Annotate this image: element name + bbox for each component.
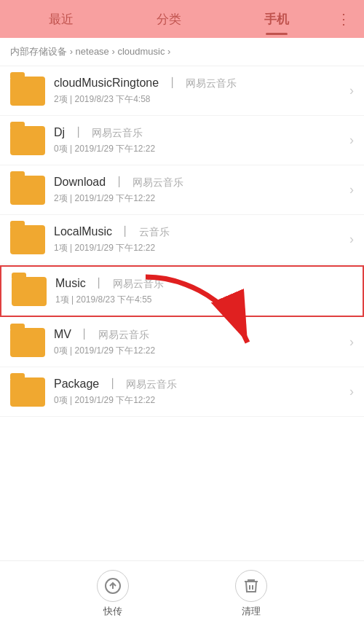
clean-label: 清理 (242, 605, 261, 618)
folder-name: Music 丨 网易云音乐 (55, 276, 352, 292)
bottom-toolbar: 快传 清理 (0, 560, 364, 626)
breadcrumb-part-3[interactable]: cloudmusic (117, 46, 165, 57)
breadcrumb-part-2[interactable]: netease (76, 46, 109, 57)
folder-name: Dj 丨 网易云音乐 (54, 125, 344, 141)
folder-name: cloudMusicRingtone 丨 网易云音乐 (54, 76, 344, 91)
folder-item[interactable]: Music 丨 网易云音乐 1项 | 2019/8/23 下午4:55 (0, 265, 364, 317)
folder-name: Download 丨 网易云音乐 (54, 175, 344, 190)
folder-meta: 1项 | 2019/8/23 下午4:55 (55, 294, 352, 306)
chevron-right-icon: › (349, 334, 354, 350)
folder-meta: 2项 | 2019/1/29 下午12:22 (54, 192, 344, 205)
folder-icon (10, 377, 45, 407)
tab-bar: 最近 分类 手机 ⋮ (0, 0, 364, 38)
folder-icon (12, 277, 47, 306)
folder-name: LocalMusic 丨 云音乐 (54, 224, 344, 240)
folder-item[interactable]: Download 丨 网易云音乐 2项 | 2019/1/29 下午12:22 … (0, 165, 364, 215)
folder-icon (10, 77, 45, 106)
folder-item[interactable]: MV 丨 网易云音乐 0项 | 2019/1/29 下午12:22 › (0, 318, 364, 367)
chevron-right-icon: › (349, 83, 354, 98)
tab-category[interactable]: 分类 (115, 4, 223, 35)
folder-meta: 0项 | 2019/1/29 下午12:22 (54, 143, 344, 155)
quick-transfer-button[interactable]: 快传 (97, 570, 129, 618)
clean-button[interactable]: 清理 (235, 570, 267, 618)
folder-icon (10, 126, 45, 155)
quick-transfer-label: 快传 (103, 605, 122, 618)
folder-item[interactable]: LocalMusic 丨 云音乐 1项 | 2019/1/29 下午12:22 … (0, 215, 364, 265)
more-menu-button[interactable]: ⋮ (331, 10, 357, 28)
chevron-right-icon: › (349, 182, 354, 197)
folder-item[interactable]: Package 丨 网易云音乐 0项 | 2019/1/29 下午12:22 › (0, 367, 364, 417)
folder-meta: 0项 | 2019/1/29 下午12:22 (54, 345, 344, 357)
chevron-right-icon: › (349, 384, 354, 399)
quick-transfer-icon (97, 570, 129, 602)
chevron-right-icon: › (349, 232, 354, 247)
breadcrumb: 内部存储设备 › netease › cloudmusic › (0, 38, 364, 66)
folder-list: cloudMusicRingtone 丨 网易云音乐 2项 | 2019/8/2… (0, 66, 364, 417)
folder-item[interactable]: cloudMusicRingtone 丨 网易云音乐 2项 | 2019/8/2… (0, 66, 364, 116)
folder-icon (10, 176, 45, 205)
folder-meta: 2项 | 2019/8/23 下午4:58 (54, 93, 344, 106)
chevron-right-icon: › (349, 133, 354, 148)
folder-icon (10, 328, 45, 357)
folder-item[interactable]: Dj 丨 网易云音乐 0项 | 2019/1/29 下午12:22 › (0, 116, 364, 165)
tab-recent[interactable]: 最近 (7, 4, 115, 35)
tab-phone[interactable]: 手机 (223, 4, 331, 35)
folder-meta: 0项 | 2019/1/29 下午12:22 (54, 394, 344, 407)
folder-name: Package 丨 网易云音乐 (54, 377, 344, 392)
folder-meta: 1项 | 2019/1/29 下午12:22 (54, 242, 344, 254)
clean-icon (235, 570, 267, 602)
breadcrumb-part-1[interactable]: 内部存储设备 (10, 46, 67, 57)
folder-name: MV 丨 网易云音乐 (54, 327, 344, 343)
folder-icon (10, 225, 45, 254)
